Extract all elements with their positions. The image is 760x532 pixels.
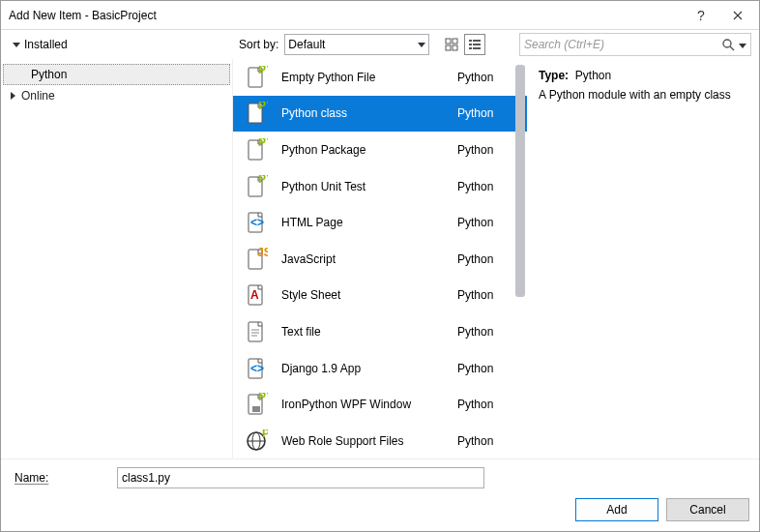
details-type-label: Type: [539, 69, 569, 82]
template-label: Empty Python File [281, 71, 444, 84]
svg-rect-33 [252, 406, 260, 412]
svg-text:PY: PY [258, 138, 268, 149]
nav-group-online[interactable]: Online [1, 86, 232, 105]
template-lang: Python [457, 325, 515, 339]
template-lang: Python [457, 106, 515, 120]
file-django-icon: <> [245, 357, 268, 380]
template-label: IronPython WPF Window [281, 398, 444, 411]
template-row[interactable]: PYIronPython WPF WindowPython [233, 386, 527, 423]
template-lang: Python [457, 143, 515, 157]
svg-rect-2 [446, 45, 451, 50]
svg-text:PY: PY [258, 102, 268, 112]
details-description: A Python module with an empty class [539, 88, 747, 102]
template-lang: Python [457, 398, 515, 411]
nav-tree: Python Online [1, 59, 233, 458]
template-label: Python class [281, 106, 444, 120]
scrollbar-thumb[interactable] [515, 65, 525, 297]
svg-rect-1 [453, 39, 457, 44]
template-row[interactable]: PYPython Unit TestPython [233, 168, 527, 205]
nav-item-python[interactable]: Python [3, 64, 230, 85]
svg-text:<>: <> [250, 216, 264, 229]
search-icon[interactable] [721, 38, 735, 51]
svg-rect-26 [248, 322, 262, 341]
svg-rect-5 [473, 40, 481, 42]
file-py-icon: PY [245, 102, 268, 125]
svg-rect-3 [453, 45, 457, 50]
search-box[interactable] [519, 33, 751, 56]
svg-text:JS: JS [257, 248, 268, 259]
add-button-label: Add [606, 503, 627, 517]
close-icon [733, 11, 743, 20]
template-row[interactable]: PYPython classPython [233, 96, 527, 133]
file-py-icon: PY [245, 66, 268, 89]
template-label: Django 1.9 App [281, 362, 444, 375]
svg-rect-7 [473, 44, 481, 45]
template-row[interactable]: Text filePython [233, 313, 527, 350]
template-row[interactable]: <>HTML PagePython [233, 204, 527, 241]
svg-text:PY: PY [258, 66, 268, 76]
template-label: Python Unit Test [281, 180, 444, 193]
file-css-icon: A [245, 283, 268, 307]
list-icon [468, 38, 482, 51]
bottom-panel: Name: Add Cancel [1, 458, 759, 531]
svg-rect-8 [469, 47, 472, 49]
sortby-value: Default [288, 38, 325, 51]
nav-group-installed[interactable]: Installed [24, 38, 68, 51]
file-html-icon: <> [245, 211, 268, 234]
file-web-icon: PY [245, 429, 268, 453]
template-row[interactable]: JSJavaScriptPython [233, 241, 527, 278]
chevron-down-icon[interactable] [13, 43, 20, 47]
main-area: Python Online PYEmpty Python FilePythonP… [1, 59, 759, 458]
title-bar: Add New Item - BasicProject ? [1, 1, 759, 30]
svg-rect-6 [469, 44, 472, 45]
sortby-select[interactable]: Default [284, 34, 429, 55]
search-input[interactable] [524, 38, 721, 51]
template-lang: Python [457, 71, 515, 84]
details-panel: Type: Python A Python module with an emp… [527, 59, 759, 458]
template-label: Python Package [281, 143, 444, 157]
toolbar: Installed Sort by: Default [1, 30, 759, 59]
name-label: Name: [11, 471, 117, 485]
template-row[interactable]: PYPython PackagePython [233, 132, 527, 168]
search-dropdown[interactable] [739, 38, 746, 51]
svg-text:PY: PY [258, 393, 268, 403]
svg-line-11 [730, 46, 734, 50]
template-label: JavaScript [281, 252, 444, 266]
view-details[interactable] [464, 34, 485, 55]
file-py-icon: PY [245, 175, 268, 198]
file-py-icon: PY [245, 138, 268, 162]
template-row[interactable]: <>Django 1.9 AppPython [233, 350, 527, 387]
template-label: Web Role Support Files [281, 434, 444, 448]
svg-text:PY: PY [258, 175, 268, 186]
window-title: Add New Item - BasicProject [9, 9, 687, 22]
name-input[interactable] [117, 467, 484, 488]
file-js-icon: JS [245, 248, 268, 271]
template-list[interactable]: PYEmpty Python FilePythonPYPython classP… [233, 59, 527, 458]
template-row[interactable]: AStyle SheetPython [233, 278, 527, 314]
svg-point-10 [723, 40, 731, 47]
cancel-button-label: Cancel [689, 503, 725, 517]
template-lang: Python [457, 434, 515, 448]
svg-rect-4 [469, 40, 472, 42]
nav-item-label: Online [21, 89, 55, 103]
file-wpf-icon: PY [245, 393, 268, 416]
chevron-down-icon [418, 43, 425, 47]
template-row[interactable]: PYEmpty Python FilePython [233, 59, 527, 96]
cancel-button[interactable]: Cancel [666, 498, 749, 521]
svg-text:PY: PY [262, 429, 268, 440]
template-row[interactable]: PYWeb Role Support FilesPython [233, 423, 527, 458]
sortby-label: Sort by: [239, 38, 278, 51]
template-lang: Python [457, 288, 515, 302]
grid-icon [445, 38, 458, 51]
close-button[interactable] [716, 1, 759, 29]
view-large-icons[interactable] [441, 34, 462, 55]
template-lang: Python [457, 216, 515, 229]
help-button[interactable]: ? [687, 1, 716, 29]
details-type-value: Python [575, 69, 611, 82]
svg-text:<>: <> [250, 362, 264, 375]
template-lang: Python [457, 362, 515, 375]
file-txt-icon [245, 320, 268, 343]
add-button[interactable]: Add [575, 498, 658, 521]
template-label: HTML Page [281, 216, 444, 229]
chevron-right-icon [11, 92, 15, 100]
